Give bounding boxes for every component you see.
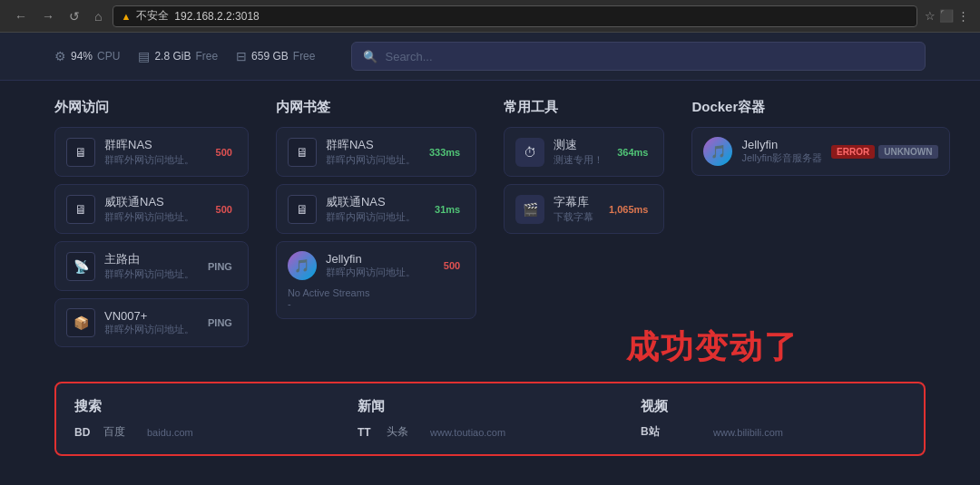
- subtitle-icon: 🎬: [515, 195, 544, 224]
- disk-icon: ⊟: [236, 49, 247, 63]
- card-desc: 下载字幕: [554, 210, 595, 224]
- card-info: 群晖NAS 群晖内网访问地址。: [326, 137, 416, 167]
- nav-back-button[interactable]: ←: [11, 7, 31, 25]
- extensions-icon[interactable]: ⬛: [939, 9, 954, 23]
- card-info: 威联通NAS 群晖内网访问地址。: [326, 194, 421, 224]
- card-desc: 测速专用！: [554, 153, 603, 167]
- jellyfin-icon: 🎵: [288, 251, 317, 280]
- security-warning-icon: ▲: [121, 11, 131, 22]
- link-url: baidu.com: [147, 427, 193, 438]
- list-item[interactable]: 🖥 群晖NAS 群晖内网访问地址。 333ms: [276, 127, 476, 177]
- card-name: 威联通NAS: [104, 194, 202, 210]
- link-url: www.toutiao.com: [430, 427, 505, 438]
- status-badge: 333ms: [425, 145, 465, 160]
- link-name: 百度: [103, 424, 140, 440]
- card-desc: 群晖内网访问地址。: [326, 153, 416, 167]
- search-container: 🔍 Search...: [351, 42, 926, 71]
- card-name: 主路由: [104, 251, 194, 267]
- bottom-grid: 搜索 BD 百度 baidu.com 新闻 TT 头条 www.toutiao.…: [74, 398, 906, 440]
- no-streams-text: No Active Streams: [288, 287, 465, 298]
- url-text: 192.168.2.2:3018: [174, 10, 259, 23]
- search-placeholder: Search...: [385, 50, 432, 63]
- cpu-icon: ⚙: [54, 49, 66, 63]
- disk-stat: ⊟ 659 GB Free: [236, 49, 315, 63]
- unknown-badge: UNKNOWN: [878, 145, 937, 159]
- link-url: www.bilibili.com: [713, 427, 783, 438]
- search-section-title: 搜索: [74, 398, 339, 415]
- error-badge: ERROR: [831, 145, 875, 159]
- nas-icon: 🖥: [66, 195, 95, 224]
- browser-chrome: ← → ↺ ⌂ ▲ 不安全 192.168.2.2:3018 ☆ ⬛ ⋮: [0, 0, 980, 33]
- list-item[interactable]: ⏱ 测速 测速专用！ 364ms: [504, 127, 664, 177]
- card-desc: 群晖外网访问地址。: [104, 323, 194, 336]
- chang-yong-title: 常用工具: [504, 99, 664, 116]
- docker-jellyfin-card[interactable]: 🎵 Jellyfin Jellyfin影音服务器 ERROR UNKNOWN: [691, 127, 949, 176]
- list-item[interactable]: 🖥 威联通NAS 群晖内网访问地址。 31ms: [276, 184, 476, 234]
- link-abbr: BD: [74, 426, 96, 439]
- card-info: 威联通NAS 群晖外网访问地址。: [104, 194, 202, 224]
- docker-badges: ERROR UNKNOWN: [831, 145, 937, 159]
- card-desc: 群晖外网访问地址。: [104, 153, 202, 167]
- list-item[interactable]: 📦 VN007+ 群晖外网访问地址。 PING: [54, 298, 249, 347]
- vn007-icon: 📦: [66, 308, 95, 337]
- card-name: 威联通NAS: [326, 194, 421, 210]
- nav-forward-button[interactable]: →: [38, 7, 58, 25]
- list-item[interactable]: 🖥 威联通NAS 群晖外网访问地址。 500: [54, 184, 249, 234]
- list-item[interactable]: B站 www.bilibili.com: [641, 424, 906, 440]
- card-desc: 群晖外网访问地址。: [104, 210, 202, 224]
- nav-refresh-button[interactable]: ↺: [65, 7, 83, 25]
- video-links: B站 www.bilibili.com: [641, 424, 906, 440]
- chang-yong-section: 常用工具 ⏱ 测速 测速专用！ 364ms 🎬 字幕库 下载字幕 1,065ms: [504, 99, 664, 354]
- status-badge: 31ms: [430, 202, 465, 217]
- disk-value: 659 GB: [251, 50, 289, 63]
- search-icon: 🔍: [363, 50, 377, 63]
- card-info: 字幕库 下载字幕: [554, 194, 595, 224]
- main-content: 外网访问 🖥 群晖NAS 群晖外网访问地址。 500 🖥 威联通NAS 群晖外网…: [0, 81, 980, 373]
- disk-status: Free: [293, 50, 316, 63]
- card-desc: 群晖内网访问地址。: [326, 266, 430, 279]
- link-abbr: TT: [358, 426, 379, 439]
- list-item[interactable]: BD 百度 baidu.com: [74, 424, 339, 440]
- docker-section: Docker容器 🎵 Jellyfin Jellyfin影音服务器 ERROR …: [691, 99, 949, 354]
- docker-title: Docker容器: [691, 99, 949, 116]
- card-name: 字幕库: [554, 194, 595, 210]
- card-name: Jellyfin: [326, 252, 430, 266]
- speedtest-icon: ⏱: [515, 138, 544, 167]
- list-item[interactable]: 🎬 字幕库 下载字幕 1,065ms: [504, 184, 664, 234]
- news-links: TT 头条 www.toutiao.com: [358, 424, 622, 440]
- card-info: 群晖NAS 群晖外网访问地址。: [104, 137, 202, 167]
- link-abbr: B站: [641, 424, 662, 440]
- bookmark-icon[interactable]: ☆: [925, 9, 936, 23]
- router-icon: 📡: [66, 252, 95, 281]
- no-streams-dash: -: [288, 298, 465, 309]
- ram-icon: ▤: [138, 49, 150, 63]
- card-info: VN007+ 群晖外网访问地址。: [104, 309, 194, 336]
- list-item[interactable]: 🖥 群晖NAS 群晖外网访问地址。 500: [54, 127, 249, 177]
- nas-icon: 🖥: [288, 138, 317, 167]
- url-bar[interactable]: ▲ 不安全 192.168.2.2:3018: [113, 5, 917, 27]
- status-badge: PING: [203, 259, 237, 274]
- security-warning-text: 不安全: [136, 8, 169, 24]
- status-badge: 500: [439, 258, 465, 273]
- list-item[interactable]: TT 头条 www.toutiao.com: [358, 424, 622, 440]
- browser-action-bar: ☆ ⬛ ⋮: [925, 9, 969, 23]
- bottom-section: 搜索 BD 百度 baidu.com 新闻 TT 头条 www.toutiao.…: [54, 382, 926, 456]
- status-badge: 500: [211, 145, 237, 160]
- list-item[interactable]: 📡 主路由 群晖外网访问地址。 PING: [54, 241, 249, 291]
- wai-wang-section: 外网访问 🖥 群晖NAS 群晖外网访问地址。 500 🖥 威联通NAS 群晖外网…: [54, 99, 249, 354]
- menu-icon[interactable]: ⋮: [957, 9, 969, 23]
- status-badge: 500: [211, 202, 237, 217]
- search-bar[interactable]: 🔍 Search...: [351, 42, 926, 71]
- jellyfin-nei-wang-card[interactable]: 🎵 Jellyfin 群晖内网访问地址。 500 No Active Strea…: [276, 241, 476, 319]
- card-info: 主路由 群晖外网访问地址。: [104, 251, 194, 281]
- link-name: 头条: [387, 424, 423, 440]
- search-links-section: 搜索 BD 百度 baidu.com: [74, 398, 339, 440]
- card-name: 测速: [554, 137, 603, 153]
- card-name: VN007+: [104, 309, 194, 323]
- status-badge: 1,065ms: [604, 202, 652, 217]
- nei-wang-section: 内网书签 🖥 群晖NAS 群晖内网访问地址。 333ms 🖥 威联通NAS 群晖…: [276, 99, 476, 354]
- cpu-stat: ⚙ 94% CPU: [54, 49, 120, 63]
- nav-home-button[interactable]: ⌂: [91, 7, 105, 25]
- nas-icon: 🖥: [66, 138, 95, 167]
- card-name: Jellyfin: [741, 138, 822, 151]
